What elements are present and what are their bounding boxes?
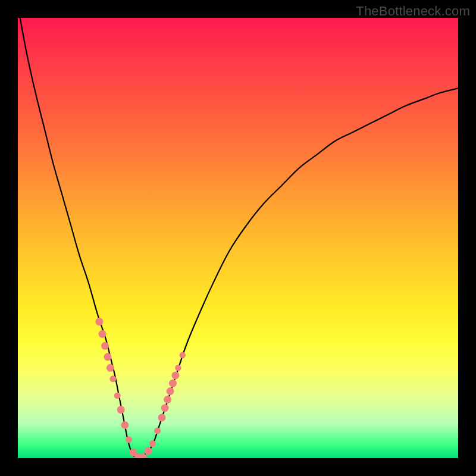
chart-marker xyxy=(117,406,125,414)
chart-marker xyxy=(171,371,179,379)
chart-marker xyxy=(114,392,121,399)
chart-marker xyxy=(121,421,129,429)
bottleneck-curve xyxy=(20,18,458,458)
chart-marker xyxy=(167,387,174,395)
chart-marker xyxy=(154,428,161,434)
chart-marker xyxy=(158,414,165,421)
chart-marker xyxy=(104,353,111,361)
chart-marker xyxy=(180,352,186,358)
chart-marker xyxy=(175,365,181,371)
chart-marker xyxy=(109,375,116,382)
chart-marker xyxy=(161,404,169,412)
watermark-text: TheBottleneck.com xyxy=(356,4,470,19)
chart-marker xyxy=(145,447,152,455)
chart-marker xyxy=(126,436,132,443)
chart-marker xyxy=(95,318,103,325)
bottleneck-chart xyxy=(18,18,458,458)
chart-marker xyxy=(99,330,107,338)
chart-marker xyxy=(169,380,177,387)
chart-marker xyxy=(107,364,114,372)
chart-marker xyxy=(164,396,171,403)
chart-marker xyxy=(149,440,156,447)
chart-marker xyxy=(101,342,109,350)
chart-markers xyxy=(95,318,186,458)
